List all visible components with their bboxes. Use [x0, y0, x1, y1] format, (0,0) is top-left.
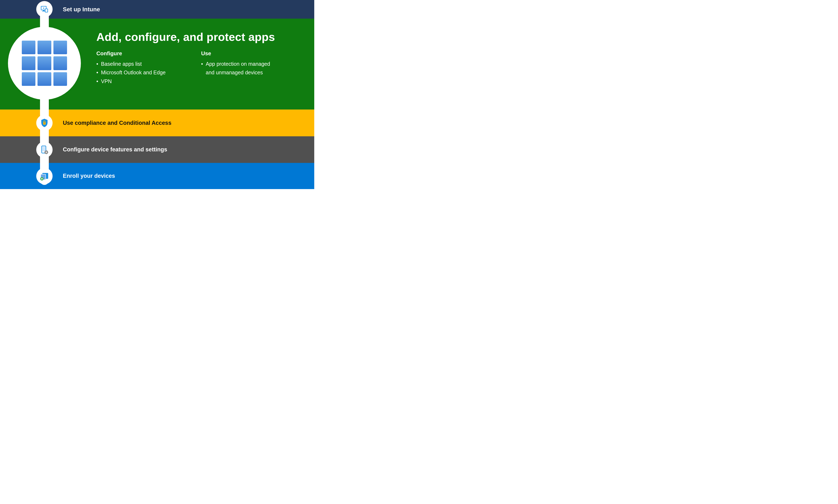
step-label: Enroll your devices — [63, 173, 115, 179]
step-label: Set up Intune — [63, 6, 100, 13]
svg-rect-8 — [42, 147, 45, 151]
device-gear-icon — [40, 145, 49, 154]
column-use: Use App protection on managedand unmanag… — [201, 50, 289, 86]
configure-list: Baseline apps list Microsoft Outlook and… — [97, 60, 176, 86]
column-heading: Configure — [97, 50, 176, 57]
list-item: Baseline apps list — [97, 60, 176, 68]
devices-plus-icon — [39, 172, 49, 180]
list-item: VPN — [97, 77, 176, 86]
svg-line-15 — [45, 151, 45, 151]
svg-rect-4 — [45, 9, 48, 12]
svg-line-17 — [45, 153, 45, 154]
column-configure: Configure Baseline apps list Microsoft O… — [97, 50, 176, 86]
svg-point-1 — [43, 7, 44, 8]
svg-point-10 — [46, 151, 47, 153]
step-label: Configure device features and settings — [63, 146, 167, 153]
step-node-apps — [8, 27, 81, 100]
svg-rect-2 — [43, 10, 45, 11]
svg-line-18 — [47, 151, 48, 151]
column-heading: Use — [201, 50, 289, 57]
active-step-columns: Configure Baseline apps list Microsoft O… — [97, 50, 289, 86]
use-list: App protection on managedand unmanaged d… — [201, 60, 289, 77]
svg-point-6 — [44, 123, 45, 124]
step-node-setup — [36, 1, 53, 17]
step-node-device-settings — [36, 142, 53, 158]
step-node-compliance — [36, 115, 53, 131]
monitor-icon — [40, 5, 49, 14]
active-step-title: Add, configure, and protect apps — [97, 30, 275, 43]
svg-rect-3 — [42, 11, 45, 12]
intune-steps-diagram: Set up Intune Add, configure, and protec… — [0, 0, 314, 189]
svg-line-16 — [47, 153, 48, 154]
apps-grid-icon — [22, 41, 67, 86]
list-item: App protection on managedand unmanaged d… — [201, 60, 289, 77]
list-item: Microsoft Outlook and Edge — [97, 68, 176, 77]
shield-lock-icon — [40, 118, 49, 127]
step-label: Use compliance and Conditional Access — [63, 120, 171, 126]
step-node-enroll — [36, 168, 53, 184]
